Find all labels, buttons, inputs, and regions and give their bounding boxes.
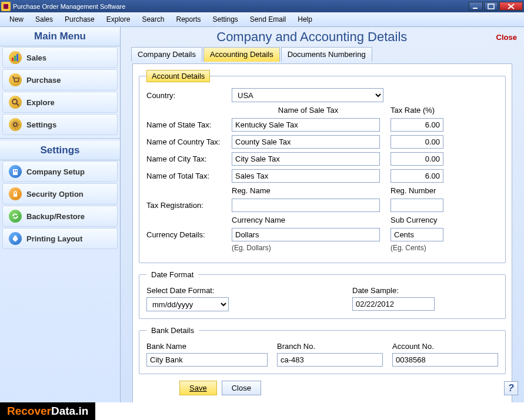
- bank-name-label: Bank Name: [146, 342, 268, 351]
- currency-name-header: Currency Name: [232, 216, 385, 224]
- help-icon[interactable]: ?: [504, 381, 518, 395]
- date-sample-label: Date Sample:: [352, 286, 435, 295]
- bank-details-legend: Bank Details: [146, 325, 199, 336]
- title-bar: Purchase Order Management Software: [0, 0, 524, 12]
- menu-purchase[interactable]: Purchase: [59, 14, 101, 25]
- sub-currency-header: Sub Currency: [391, 216, 443, 224]
- svg-rect-0: [4, 4, 8, 9]
- header-tax-rate: Tax Rate (%): [391, 106, 443, 115]
- account-no-input[interactable]: [392, 353, 498, 367]
- svg-rect-6: [14, 56, 16, 61]
- city-tax-name-input[interactable]: [232, 152, 380, 166]
- account-details-legend: Account Details: [146, 70, 210, 82]
- date-format-legend: Date Format: [146, 269, 198, 280]
- save-button[interactable]: Save: [179, 381, 217, 395]
- sidebar-item-sales[interactable]: Sales: [2, 47, 118, 68]
- refresh-icon: [9, 210, 22, 223]
- lock-icon: [9, 187, 22, 200]
- total-tax-rate-input[interactable]: [391, 169, 443, 183]
- reg-name-header: Reg. Name: [232, 186, 385, 195]
- maximize-button[interactable]: [484, 2, 498, 11]
- country-tax-label: Name of Country Tax:: [146, 137, 232, 146]
- cart-icon: [9, 73, 22, 86]
- content-area: Company and Accounting Details Close Com…: [121, 27, 524, 402]
- svg-rect-17: [14, 236, 16, 237]
- sidebar-item-settings[interactable]: Settings: [2, 114, 118, 135]
- tab-panel: Account Details Country: USA Name of Sal…: [132, 63, 512, 402]
- sidebar-item-explore[interactable]: Explore: [2, 92, 118, 113]
- sidebar-item-label: Sales: [26, 53, 46, 62]
- city-tax-rate-input[interactable]: [391, 152, 443, 166]
- minimize-button[interactable]: [469, 2, 483, 11]
- tab-accounting-details[interactable]: Accounting Details: [203, 47, 280, 62]
- country-tax-name-input[interactable]: [232, 135, 380, 149]
- tab-company-details[interactable]: Company Details: [131, 47, 202, 62]
- total-tax-label: Name of Total Tax:: [146, 172, 232, 180]
- sidebar: Main Menu Sales Purchase Explore Setting…: [0, 27, 121, 402]
- sidebar-item-purchase[interactable]: Purchase: [2, 69, 118, 90]
- svg-rect-14: [16, 170, 17, 172]
- reg-number-input[interactable]: [391, 199, 443, 212]
- sub-currency-hint: (Eg. Cents): [391, 244, 443, 252]
- sidebar-item-label: Settings: [26, 120, 56, 129]
- country-select[interactable]: USA: [232, 88, 383, 102]
- country-tax-rate-input[interactable]: [391, 135, 443, 149]
- menu-send-email[interactable]: Send Email: [244, 14, 292, 25]
- sidebar-item-company-setup[interactable]: Company Setup: [2, 161, 118, 182]
- app-icon: [1, 2, 11, 11]
- select-date-format-label: Select Date Format:: [146, 286, 229, 295]
- menu-sales[interactable]: Sales: [29, 14, 59, 25]
- currency-name-hint: (Eg. Dollars): [232, 244, 385, 252]
- footer-brand-1: Recover: [7, 405, 51, 418]
- menu-reports[interactable]: Reports: [170, 14, 206, 25]
- bottom-button-bar: Save Close ?: [126, 378, 518, 398]
- sidebar-main-menu-header: Main Menu: [0, 27, 120, 46]
- close-link[interactable]: Close: [496, 33, 517, 42]
- bank-details-fieldset: Bank Details Bank Name Branch No.: [139, 325, 506, 374]
- account-no-label: Account No.: [392, 342, 498, 351]
- svg-rect-15: [14, 194, 17, 197]
- svg-rect-5: [12, 58, 14, 61]
- reg-number-header: Reg. Number: [391, 186, 443, 195]
- state-tax-name-input[interactable]: [232, 118, 380, 132]
- svg-rect-13: [14, 170, 15, 172]
- tab-documents-numbering[interactable]: Documents Numbering: [281, 47, 372, 62]
- total-tax-name-input[interactable]: [232, 169, 380, 183]
- sidebar-item-backup-restore[interactable]: Backup/Restore: [2, 206, 118, 227]
- date-sample-input[interactable]: [352, 297, 435, 311]
- reg-name-input[interactable]: [232, 199, 380, 212]
- branch-no-label: Branch No.: [277, 342, 383, 351]
- sidebar-item-label: Company Setup: [26, 167, 85, 176]
- sub-currency-input[interactable]: [391, 228, 443, 241]
- currency-name-input[interactable]: [232, 228, 380, 241]
- chart-bar-icon: [9, 51, 22, 64]
- close-button[interactable]: Close: [222, 381, 261, 395]
- svg-point-8: [12, 99, 17, 104]
- menu-bar: New Sales Purchase Explore Search Report…: [0, 12, 524, 27]
- svg-rect-7: [16, 54, 18, 61]
- menu-explore[interactable]: Explore: [101, 14, 136, 25]
- window-title: Purchase Order Management Software: [13, 3, 125, 10]
- gear-icon: [9, 118, 22, 131]
- sidebar-item-security-option[interactable]: Security Option: [2, 183, 118, 204]
- date-format-fieldset: Date Format Select Date Format: mm/dd/yy…: [139, 269, 506, 319]
- menu-help[interactable]: Help: [292, 14, 318, 25]
- menu-search[interactable]: Search: [136, 14, 170, 25]
- state-tax-rate-input[interactable]: [391, 118, 443, 132]
- svg-point-11: [12, 121, 19, 128]
- sidebar-item-printing-layout[interactable]: Printing Layout: [2, 228, 118, 249]
- header-name-of-sale-tax: Name of Sale Tax: [232, 106, 385, 115]
- branch-no-input[interactable]: [277, 353, 383, 367]
- bank-name-input[interactable]: [146, 353, 268, 367]
- menu-settings[interactable]: Settings: [207, 14, 244, 25]
- sidebar-item-label: Security Option: [26, 190, 84, 199]
- city-tax-label: Name of City Tax:: [146, 154, 232, 163]
- date-format-select[interactable]: mm/dd/yyyy: [146, 297, 229, 311]
- menu-new[interactable]: New: [4, 14, 29, 25]
- country-label: Country:: [146, 91, 232, 100]
- sidebar-settings-header: Settings: [0, 141, 120, 160]
- svg-rect-2: [488, 4, 494, 9]
- sidebar-item-label: Purchase: [26, 76, 61, 85]
- footer-logo: RecoverData.in: [0, 402, 95, 420]
- window-close-button[interactable]: [499, 2, 523, 11]
